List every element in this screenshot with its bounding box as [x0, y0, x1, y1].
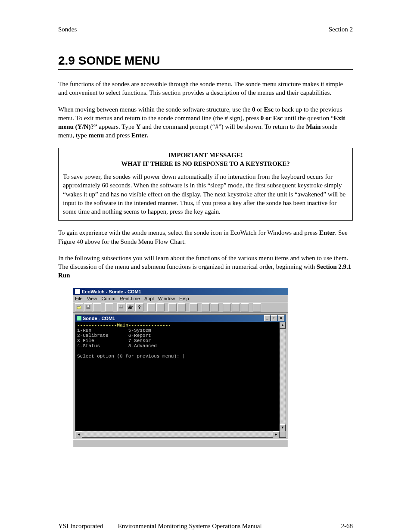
toolbar-btn-3[interactable] [93, 303, 101, 311]
menu-help[interactable]: Help [179, 296, 189, 301]
running-head-right: Section 2 [329, 26, 353, 33]
toolbar-sonde-icon[interactable]: ☏ [126, 303, 134, 311]
menu-view[interactable]: View [87, 296, 97, 301]
toolbar-btn-10[interactable] [168, 303, 177, 311]
toolbar-btn-8[interactable] [147, 303, 156, 311]
paragraph-navigation: When moving between menus within the son… [58, 105, 353, 140]
important-title-1: IMPORTANT MESSAGE! [63, 151, 348, 159]
toolbar-print-icon[interactable] [117, 303, 125, 311]
toolbar-open-icon[interactable] [75, 303, 83, 311]
ecowatch-window: EcoWatch - Sonde - COM1 File View Comm R… [73, 288, 288, 447]
toolbar-save-icon[interactable] [84, 303, 92, 311]
menu-comm[interactable]: Comm [101, 296, 115, 301]
running-head-left: Sondes [58, 26, 77, 33]
scroll-up-icon[interactable]: ▲ [280, 322, 286, 329]
footer-page: 2-68 [341, 523, 353, 530]
menu-appl[interactable]: Appl [144, 296, 154, 301]
toolbar-btn-12[interactable] [190, 303, 198, 311]
toolbar-btn-11[interactable] [177, 303, 186, 311]
svg-rect-1 [87, 305, 89, 307]
paragraph-experience: To gain experience with the sonde menus,… [58, 228, 353, 246]
terminal-output[interactable]: --------------Main--------------- 1-Run … [75, 322, 280, 431]
svg-rect-2 [119, 307, 123, 308]
section-heading: 2.9 SONDE MENU [58, 54, 353, 68]
sonde-terminal-window: Sonde - COM1 _ □ ✕ --------------Main---… [75, 314, 286, 438]
toolbar-btn-14[interactable] [211, 303, 219, 311]
app-title: EcoWatch - Sonde - COM1 [82, 289, 141, 294]
menu-file[interactable]: File [75, 296, 83, 301]
sonde-window-icon [77, 316, 81, 320]
toolbar-btn-17[interactable] [241, 303, 249, 311]
section-rule [58, 69, 353, 70]
minimize-button[interactable]: _ [264, 315, 271, 321]
maximize-button[interactable]: □ [271, 315, 277, 321]
footer-company: YSI Incorporated [58, 523, 103, 530]
app-titlebar: EcoWatch - Sonde - COM1 [73, 288, 288, 295]
scroll-corner [280, 431, 286, 437]
menu-window[interactable]: Window [158, 296, 175, 301]
close-button[interactable]: ✕ [278, 315, 284, 321]
toolbar-btn-16[interactable] [232, 303, 240, 311]
menu-bar: File View Comm Real-time Appl Window Hel… [73, 295, 288, 302]
toolbar-btn-9[interactable] [156, 303, 165, 311]
toolbar-help-icon[interactable]: ? [135, 303, 143, 311]
important-body: To save power, the sondes will power dow… [63, 172, 348, 216]
important-message-box: IMPORTANT MESSAGE! WHAT IF THERE IS NO R… [58, 148, 353, 221]
paragraph-intro: The functions of the sondes are accessib… [58, 80, 353, 97]
vertical-scrollbar[interactable]: ▲ ▼ [280, 322, 286, 431]
toolbar-btn-18[interactable] [253, 303, 261, 311]
footer-manual: Environmental Monitoring Systems Operati… [118, 523, 262, 530]
scroll-down-icon[interactable]: ▼ [280, 424, 286, 431]
status-bar [73, 439, 288, 447]
toolbar: ☏ ? [73, 302, 288, 313]
page-footer: YSI Incorporated Environmental Monitorin… [58, 523, 353, 530]
sonde-window-title: Sonde - COM1 [83, 316, 115, 321]
app-icon [75, 289, 80, 294]
scroll-right-icon[interactable]: ► [273, 431, 280, 438]
menu-realtime[interactable]: Real-time [120, 296, 140, 301]
paragraph-subsections: In the following subsections you will le… [58, 254, 353, 280]
toolbar-btn-4[interactable] [105, 303, 113, 311]
toolbar-btn-15[interactable] [223, 303, 231, 311]
scroll-left-icon[interactable]: ◄ [75, 431, 82, 438]
horizontal-scrollbar[interactable]: ◄ ► [75, 431, 280, 437]
important-title-2: WHAT IF THERE IS NO RESPONSE TO A KEYSTR… [63, 159, 348, 168]
toolbar-btn-13[interactable] [202, 303, 210, 311]
svg-rect-3 [120, 305, 122, 307]
